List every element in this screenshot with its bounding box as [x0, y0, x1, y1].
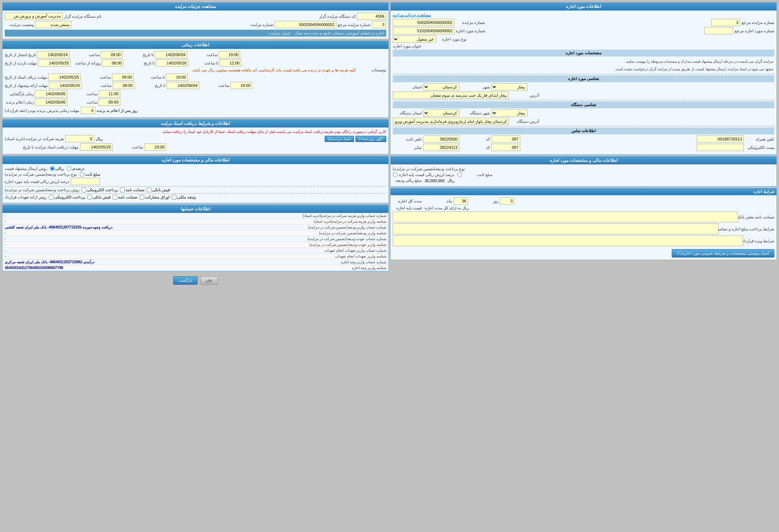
end-time-input[interactable]: [218, 51, 240, 58]
contract-days-unit: روز پس از اعلام به برنده: [97, 108, 137, 113]
contract-days-input[interactable]: [81, 107, 95, 114]
end-date-input[interactable]: [155, 51, 187, 58]
mobile-input[interactable]: [697, 135, 744, 143]
month-label: ماه: [423, 199, 452, 204]
price-start-time[interactable]: [113, 82, 134, 89]
deadline-date-input[interactable]: [38, 59, 71, 67]
deadline-end-date[interactable]: [156, 59, 188, 67]
deadline-time-label: روزانه از ساعت: [72, 61, 101, 66]
deed-checkbox[interactable]: [172, 195, 176, 200]
rent-ref-label: شماره مورد اجاره مرجع: [735, 29, 774, 33]
right-rent-financial-title: اطلاعات مالی و مشخصات مورد اجاره: [3, 156, 388, 164]
deposit-label: مبلغ ریالی ودیعه: [393, 178, 422, 183]
electronic2-checkbox[interactable]: [49, 195, 54, 200]
notes-value: کلیه هزینه ها برعهده ی برنده می باشد قیم…: [5, 68, 356, 72]
announce-time[interactable]: [99, 99, 120, 106]
auction-title-label: عنوان مزایده: [269, 31, 291, 35]
back-button[interactable]: بازگشت: [173, 276, 197, 285]
price-start-date[interactable]: [49, 82, 82, 89]
device-province-select[interactable]: کردستان: [423, 109, 459, 117]
shares-checkbox[interactable]: [139, 195, 144, 200]
right-auction-number-input[interactable]: [275, 21, 336, 28]
account-row: شماره حساب واریز وجه اجاره درآمدی-406403…: [3, 259, 388, 265]
bank-check2-label: فیش بانکی: [93, 195, 111, 200]
account-row: شناسه واریز وجه اجاره 364030164127564001…: [3, 265, 388, 271]
electronic2-label: پرداخت الکترونیکی: [54, 195, 85, 200]
docs-button[interactable]: اسناد پیوستی مشخصات و شرایط عمومی مورد ا…: [672, 249, 774, 257]
auction-code-input[interactable]: [357, 13, 386, 20]
base-price-input[interactable]: [71, 178, 100, 185]
fax-code-input[interactable]: [491, 144, 520, 151]
start-date-input[interactable]: [37, 51, 70, 58]
opening-date[interactable]: [35, 90, 67, 97]
bank-check-checkbox[interactable]: [147, 188, 151, 192]
schedule-btn[interactable]: آگهی روزنامه(+): [355, 136, 386, 142]
price-end-date[interactable]: [167, 82, 199, 89]
opening-time[interactable]: [99, 90, 120, 97]
device-header: شناسی دستگاه: [393, 101, 774, 108]
email-input[interactable]: [697, 144, 744, 151]
guarantee-checkbox[interactable]: [120, 188, 125, 192]
address-input[interactable]: [393, 92, 509, 99]
right-auction-ref-input[interactable]: [372, 21, 386, 28]
account-row: شناسه واریز تعهدات انجام تعهدات -: [3, 254, 388, 259]
auction-number-input[interactable]: [393, 19, 454, 26]
send-method-label: روش ارسال پیشنهاد قیمت: [5, 166, 47, 171]
auction-details-link[interactable]: مشاهده جزئیات مزایده: [393, 13, 431, 17]
base-price-label: قیمت پایه اجاره: [393, 206, 422, 210]
currency-label: ریال: [447, 178, 454, 183]
left-financial-title: اطلاعات مالی و مشخصات مورد اجاره: [391, 156, 776, 164]
payment-type-right-label: نوع برداخت ودیعه(تضمین شرکت در مزایده): [5, 172, 77, 177]
device-address-input[interactable]: [393, 118, 509, 125]
amount-method-radio[interactable]: [50, 166, 55, 171]
payment-method-label: نوع برداخت ودیعه(تضمین شرکت در مزایده): [393, 167, 465, 171]
rent-ref-input[interactable]: [704, 27, 733, 34]
doc-fee-input[interactable]: [65, 135, 94, 142]
guarantee-textarea[interactable]: [393, 211, 738, 222]
mobile-label: تلفن همراه: [745, 137, 774, 142]
percent-method-radio[interactable]: [67, 166, 71, 171]
fixed-amount-right-label: مبلغ ثابت: [85, 172, 100, 177]
deadline-receive-date[interactable]: [80, 143, 113, 151]
start-date-label: تاریخ انتشار از تاریخ: [5, 53, 36, 57]
rent-type-select[interactable]: غیر منقول: [393, 35, 436, 43]
fixed-amount-right-radio[interactable]: [80, 172, 84, 177]
submit-start-time[interactable]: [112, 74, 134, 81]
submit-price-label: مهلت ارائه پیشنهاد از تاریخ: [5, 83, 48, 88]
fixed-code-input[interactable]: [491, 135, 520, 143]
device-name-value: مدیریت آموزش و پرورش ش: [5, 13, 63, 20]
days-input[interactable]: [500, 197, 515, 205]
right-auction-number-label: شماره مزایده: [244, 22, 273, 27]
guarantee-label: ضمانت نامه معتبر بانکی: [740, 215, 774, 219]
deadline-end-time[interactable]: [220, 59, 241, 67]
announce-date[interactable]: [35, 99, 67, 106]
rent-number-input[interactable]: [393, 27, 454, 34]
deadline-date-label: مهلت بازدید از تاریخ: [5, 61, 37, 66]
auction-ref-input[interactable]: [711, 19, 740, 26]
fax-input[interactable]: [423, 144, 459, 151]
fixed-amount-radio[interactable]: [457, 172, 462, 177]
deadline-receive-time[interactable]: [145, 143, 166, 151]
conditions-textarea[interactable]: [393, 223, 718, 234]
percent-radio[interactable]: [393, 172, 397, 177]
guarantee2-checkbox[interactable]: [113, 195, 117, 200]
fixed-phone-input[interactable]: [423, 135, 459, 143]
price-end-time[interactable]: [230, 82, 252, 89]
doc-type-btn[interactable]: اسناد مزایده(1): [325, 136, 354, 142]
province-select[interactable]: کردستان: [423, 83, 459, 91]
cancel-button[interactable]: خان: [200, 276, 218, 285]
bank-check2-checkbox[interactable]: [87, 195, 92, 200]
deadline-receive-label: مهلت دریافت اسناد مزایده: [35, 145, 79, 150]
start-time-input[interactable]: [101, 51, 122, 58]
months-input[interactable]: [454, 197, 468, 205]
special-conditions-label: شرایط ویژه قرارداد: [745, 239, 774, 243]
deadline-start-time[interactable]: [102, 59, 124, 67]
device-city-select[interactable]: بیجار: [491, 109, 528, 117]
percent-method-label: درصدی: [72, 166, 84, 171]
special-conditions-textarea[interactable]: [393, 235, 743, 246]
electronic-checkbox[interactable]: [82, 188, 86, 192]
submit-end-time[interactable]: [166, 74, 188, 81]
submit-start-date[interactable]: [48, 74, 81, 81]
deposit-value: 30,000,000: [425, 179, 445, 183]
city-select[interactable]: بیجار: [491, 83, 528, 91]
